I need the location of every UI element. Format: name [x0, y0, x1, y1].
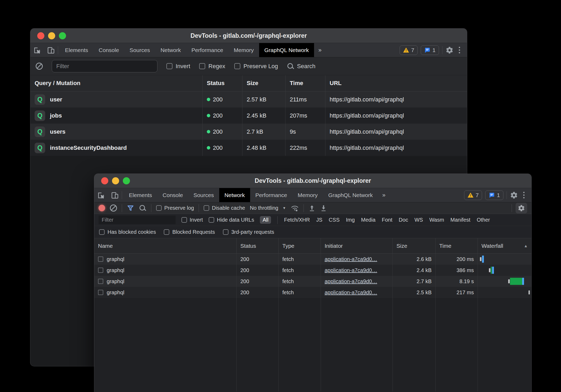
checkbox[interactable]	[164, 229, 169, 235]
checkbox[interactable]	[204, 205, 209, 211]
tab-performance[interactable]: Performance	[250, 188, 292, 202]
more-options-kebab-icon[interactable]	[457, 47, 462, 53]
checkbox[interactable]	[166, 63, 172, 69]
throttling-dropdown[interactable]: No throttling ▼	[250, 205, 286, 211]
network-conditions-icon[interactable]	[291, 204, 299, 212]
row-checkbox[interactable]	[98, 256, 103, 262]
filter-input[interactable]	[52, 60, 157, 72]
column-header-status[interactable]: Status	[203, 75, 242, 91]
search-button[interactable]: Search	[287, 63, 315, 70]
tab-sources[interactable]: Sources	[188, 188, 219, 202]
settings-gear-icon[interactable]	[510, 191, 518, 199]
filter-input[interactable]	[99, 216, 176, 224]
warnings-badge[interactable]: 7	[464, 190, 482, 200]
type-filter-ws[interactable]: WS	[414, 217, 423, 223]
tab-graphql-network[interactable]: GraphQL Network	[259, 43, 314, 57]
tab-memory[interactable]: Memory	[228, 43, 259, 57]
preserve-log-checkbox[interactable]: Preserve Log	[234, 63, 278, 70]
more-options-kebab-icon[interactable]	[521, 192, 527, 198]
type-filter-font[interactable]: Font	[382, 217, 392, 223]
tab-elements[interactable]: Elements	[60, 43, 94, 57]
table-row[interactable]: Q jobs 200 2.45 kB 207ms https://gitlab.…	[30, 108, 467, 124]
type-filter-wasm[interactable]: Wasm	[429, 217, 444, 223]
checkbox[interactable]	[234, 63, 240, 69]
title-bar[interactable]: DevTools - gitlab.com/-/graphql-explorer	[30, 29, 467, 43]
row-checkbox[interactable]	[98, 268, 103, 273]
checkbox[interactable]	[223, 229, 228, 235]
table-row[interactable]: Q instanceSecurityDashboard 200 2.48 kB …	[30, 140, 467, 156]
preserve-log-checkbox[interactable]: Preserve log	[156, 205, 194, 211]
column-header-size[interactable]: Size	[242, 75, 286, 91]
tab-graphql-network[interactable]: GraphQL Network	[323, 188, 378, 202]
network-request-row[interactable]: graphql 200 fetch application-a7ca9d0… 2…	[94, 265, 531, 276]
invert-checkbox[interactable]: Invert	[166, 63, 190, 70]
inspect-element-icon[interactable]	[94, 188, 108, 202]
table-row[interactable]: Q user 200 2.57 kB 211ms https://gitlab.…	[30, 91, 467, 108]
type-filter-other[interactable]: Other	[477, 217, 490, 223]
device-toolbar-icon[interactable]	[44, 43, 58, 57]
export-har-icon[interactable]	[320, 205, 327, 212]
type-filter-js[interactable]: JS	[316, 217, 322, 223]
table-row[interactable]: Q users 200 2.7 kB 9s https://gitlab.com…	[30, 124, 467, 140]
tab-console[interactable]: Console	[94, 43, 124, 57]
tab-performance[interactable]: Performance	[186, 43, 228, 57]
filter-funnel-icon[interactable]	[127, 204, 134, 212]
record-network-log-button[interactable]	[99, 205, 105, 211]
checkbox[interactable]	[156, 205, 162, 211]
column-header-name[interactable]: Name	[94, 238, 237, 253]
more-tabs-chevron[interactable]: »	[314, 43, 326, 57]
type-filter-manifest[interactable]: Manifest	[450, 217, 470, 223]
regex-checkbox[interactable]: Regex	[199, 63, 225, 70]
type-filter-css[interactable]: CSS	[329, 217, 340, 223]
clear-network-log-icon[interactable]	[110, 204, 117, 212]
column-header-query-mutation[interactable]: Query / Mutation	[30, 75, 203, 91]
row-checkbox[interactable]	[98, 290, 103, 295]
device-toolbar-icon[interactable]	[108, 188, 122, 202]
column-header-type[interactable]: Type	[279, 238, 321, 253]
initiator-link[interactable]: application-a7ca9d0…	[325, 256, 377, 262]
checkbox[interactable]	[209, 217, 214, 223]
blocked-requests-checkbox[interactable]: Blocked Requests	[164, 229, 215, 235]
network-request-row[interactable]: graphql 200 fetch application-a7ca9d0… 2…	[94, 276, 531, 287]
column-header-initiator[interactable]: Initiator	[321, 238, 393, 253]
network-settings-gear-button[interactable]	[516, 203, 527, 213]
checkbox[interactable]	[181, 217, 187, 223]
initiator-link[interactable]: application-a7ca9d0…	[325, 267, 377, 273]
type-filter-fetch-xhr[interactable]: Fetch/XHR	[284, 217, 310, 223]
settings-gear-icon[interactable]	[446, 46, 454, 54]
type-filter-doc[interactable]: Doc	[399, 217, 408, 223]
column-header-waterfall[interactable]: Waterfall ▲	[478, 238, 531, 253]
inspect-element-icon[interactable]	[30, 43, 44, 57]
network-request-row[interactable]: graphql 200 fetch application-a7ca9d0… 2…	[94, 287, 531, 298]
title-bar[interactable]: DevTools - gitlab.com/-/graphql-explorer	[94, 174, 531, 188]
has-blocked-cookies-checkbox[interactable]: Has blocked cookies	[99, 229, 156, 235]
initiator-link[interactable]: application-a7ca9d0…	[325, 278, 377, 284]
column-header-size[interactable]: Size	[393, 238, 436, 253]
clear-icon[interactable]	[36, 63, 43, 70]
checkbox[interactable]	[99, 229, 105, 235]
warnings-badge[interactable]: 7	[400, 45, 418, 55]
import-har-icon[interactable]	[308, 205, 315, 212]
type-filter-all[interactable]: All	[260, 216, 271, 224]
invert-checkbox[interactable]: Invert	[181, 217, 203, 223]
issues-badge[interactable]: 1	[485, 190, 503, 200]
network-request-row[interactable]: graphql 200 fetch application-a7ca9d0… 2…	[94, 254, 531, 265]
tab-memory[interactable]: Memory	[292, 188, 323, 202]
type-filter-media[interactable]: Media	[361, 217, 375, 223]
column-header-status[interactable]: Status	[237, 238, 279, 253]
tab-sources[interactable]: Sources	[124, 43, 155, 57]
tab-network[interactable]: Network	[219, 188, 250, 202]
row-checkbox[interactable]	[98, 279, 103, 284]
initiator-link[interactable]: application-a7ca9d0…	[325, 290, 377, 296]
tab-console[interactable]: Console	[157, 188, 188, 202]
third-party-requests-checkbox[interactable]: 3rd-party requests	[223, 229, 274, 235]
disable-cache-checkbox[interactable]: Disable cache	[204, 205, 245, 211]
column-header-time[interactable]: Time	[436, 238, 478, 253]
hide-data-urls-checkbox[interactable]: Hide data URLs	[209, 217, 254, 223]
checkbox[interactable]	[199, 63, 205, 69]
column-header-time[interactable]: Time	[286, 75, 325, 91]
search-icon[interactable]	[139, 204, 146, 212]
column-header-url[interactable]: URL	[325, 75, 467, 91]
tab-elements[interactable]: Elements	[124, 188, 157, 202]
tab-network[interactable]: Network	[155, 43, 186, 57]
